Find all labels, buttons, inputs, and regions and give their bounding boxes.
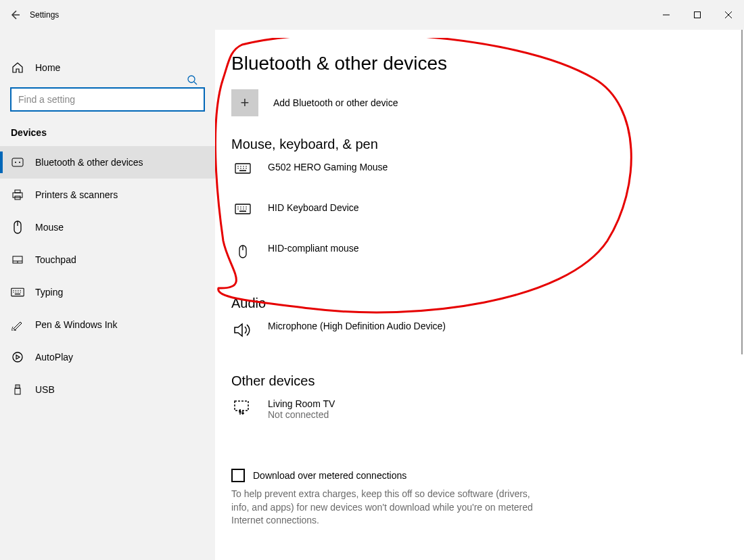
minimize-button[interactable]: [651, 0, 682, 30]
bluetooth-icon: [11, 156, 24, 168]
device-status: Not connected: [268, 409, 335, 420]
printer-icon: [11, 189, 24, 201]
svg-point-8: [19, 162, 20, 163]
svg-point-25: [20, 291, 21, 292]
mouse-icon: [231, 243, 254, 259]
svg-rect-9: [13, 193, 22, 197]
checkbox-icon: [231, 469, 245, 482]
home-icon: [11, 62, 24, 74]
device-row[interactable]: HID-compliant mouse: [231, 243, 728, 279]
device-row[interactable]: G502 HERO Gaming Mouse: [231, 162, 728, 198]
metered-checkbox-row[interactable]: Download over metered connections: [231, 469, 728, 482]
section-other-devices-title: Other devices: [231, 373, 728, 389]
svg-point-36: [246, 166, 247, 167]
svg-point-50: [246, 208, 247, 210]
metered-checkbox-label: Download over metered connections: [253, 470, 406, 481]
sidebar-item-bluetooth-other-devices[interactable]: Bluetooth & other devices: [0, 146, 215, 179]
sidebar-item-label: AutoPlay: [35, 352, 73, 363]
sidebar-item-typing[interactable]: Typing: [0, 276, 215, 308]
close-icon: [725, 11, 732, 18]
svg-point-45: [243, 206, 244, 208]
sidebar-item-label: Touchpad: [35, 254, 76, 265]
search-input[interactable]: [11, 88, 204, 111]
title-bar: Settings: [0, 0, 744, 30]
sidebar-item-label: Pen & Windows Ink: [35, 319, 117, 330]
device-name: Living Room TV: [268, 398, 335, 409]
search-icon[interactable]: [187, 74, 197, 85]
svg-rect-26: [15, 294, 20, 294]
minimize-icon: [663, 11, 670, 18]
sidebar-item-autoplay[interactable]: AutoPlay: [0, 341, 215, 373]
scrollbar[interactable]: [741, 30, 743, 354]
maximize-button[interactable]: [682, 0, 713, 30]
maximize-icon: [694, 11, 701, 18]
sidebar-category: Devices: [0, 123, 215, 146]
sidebar-item-pen-windows-ink[interactable]: Pen & Windows Ink: [0, 308, 215, 341]
autoplay-icon: [11, 351, 24, 363]
svg-point-23: [16, 291, 16, 292]
svg-point-47: [237, 208, 239, 210]
svg-point-49: [243, 208, 244, 210]
add-device-button[interactable]: + Add Bluetooth or other device: [231, 89, 728, 116]
svg-point-24: [18, 291, 18, 292]
sidebar-item-mouse[interactable]: Mouse: [0, 211, 215, 243]
section-other-devices-list: Living Room TVNot connected: [231, 398, 728, 435]
device-row[interactable]: Microphone (High Definition Audio Device…: [231, 321, 728, 357]
svg-point-37: [237, 168, 239, 169]
svg-point-21: [20, 290, 21, 291]
add-device-label: Add Bluetooth or other device: [273, 97, 398, 108]
svg-rect-51: [239, 211, 246, 212]
device-row[interactable]: HID Keyboard Device: [231, 202, 728, 239]
svg-rect-1: [695, 12, 701, 18]
device-name: G502 HERO Gaming Mouse: [268, 162, 388, 172]
sidebar-home[interactable]: Home: [0, 53, 215, 83]
sidebar-item-label: Bluetooth & other devices: [35, 157, 143, 168]
cast-icon: [231, 398, 254, 416]
section-audio-title: Audio: [231, 296, 728, 311]
svg-rect-10: [15, 190, 20, 193]
svg-rect-31: [18, 386, 19, 387]
section-audio-list: Microphone (High Definition Audio Device…: [231, 321, 728, 357]
device-name: HID-compliant mouse: [268, 243, 359, 254]
svg-point-20: [18, 290, 18, 291]
page-title: Bluetooth & other devices: [231, 53, 728, 74]
device-row[interactable]: Living Room TVNot connected: [231, 398, 728, 435]
metered-help-text: To help prevent extra charges, keep this…: [231, 488, 536, 528]
window-title: Settings: [30, 10, 59, 20]
home-label: Home: [35, 62, 60, 73]
section-mouse-keyboard-pen-title: Mouse, keyboard, & pen: [231, 137, 728, 152]
device-name: HID Keyboard Device: [268, 202, 359, 213]
svg-rect-29: [15, 388, 20, 394]
svg-point-40: [246, 168, 247, 169]
audio-icon: [231, 321, 254, 338]
mouse-icon: [11, 220, 24, 235]
sidebar-item-touchpad[interactable]: Touchpad: [0, 243, 215, 276]
svg-point-19: [16, 290, 16, 291]
sidebar-item-usb[interactable]: USB: [0, 373, 215, 406]
usb-icon: [11, 383, 24, 396]
svg-point-22: [14, 291, 14, 292]
sidebar-item-label: USB: [35, 384, 55, 395]
sidebar-item-printers-scanners[interactable]: Printers & scanners: [0, 179, 215, 211]
svg-point-38: [240, 168, 241, 169]
keyboard-icon: [11, 287, 24, 298]
device-name: Microphone (High Definition Audio Device…: [268, 321, 446, 331]
sidebar-item-label: Typing: [35, 287, 63, 298]
touchpad-icon: [11, 254, 24, 266]
svg-rect-6: [12, 158, 23, 166]
svg-rect-54: [235, 401, 248, 411]
keyboard-icon: [231, 162, 254, 174]
close-button[interactable]: [713, 0, 744, 30]
svg-point-33: [237, 166, 239, 167]
svg-point-39: [243, 168, 244, 169]
svg-rect-30: [17, 386, 18, 387]
svg-line-5: [194, 82, 197, 85]
svg-point-34: [240, 166, 241, 167]
svg-point-43: [237, 206, 239, 208]
svg-rect-28: [16, 385, 20, 388]
back-button[interactable]: [0, 0, 30, 30]
main-content: Bluetooth & other devices + Add Bluetoot…: [215, 30, 744, 560]
svg-point-46: [246, 206, 247, 208]
svg-point-27: [13, 352, 22, 362]
sidebar: Home Devices Bluetooth & other devicesPr…: [0, 30, 215, 560]
